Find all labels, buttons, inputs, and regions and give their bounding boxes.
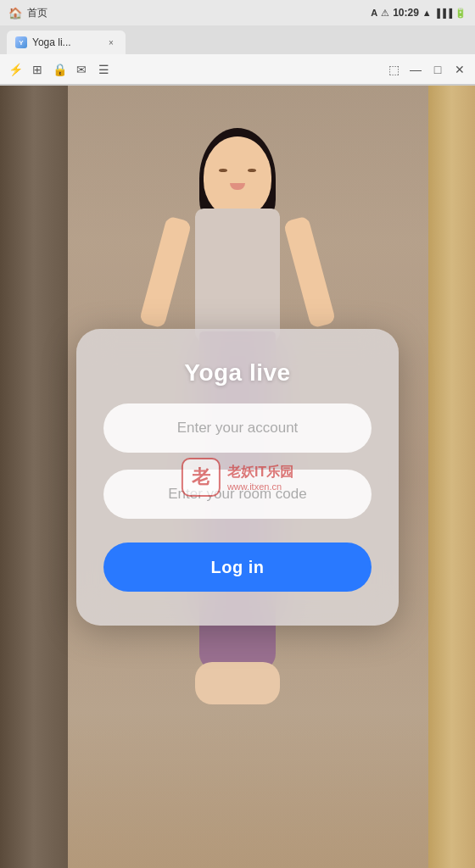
modal-overlay: Yoga live Log in: [0, 86, 475, 868]
lightning-icon[interactable]: ⚡: [7, 61, 24, 78]
login-button[interactable]: Log in: [103, 542, 372, 592]
grid-icon[interactable]: ⊞: [29, 61, 46, 78]
tab-close-button[interactable]: ×: [105, 36, 117, 48]
room-code-input[interactable]: [103, 470, 372, 519]
status-time: 10:29: [393, 7, 419, 19]
home-icon: 🏠: [8, 7, 22, 19]
tab-label: Yoga li...: [32, 36, 71, 48]
status-icons: ▲ ▐▐▐ 🔋: [422, 8, 467, 19]
signal-icon: ▐▐▐: [434, 8, 452, 18]
wifi-icon: ▲: [422, 8, 432, 18]
browser-tabbar: Y Yoga li... ×: [0, 25, 475, 54]
maximize-icon[interactable]: □: [429, 61, 446, 78]
tab-favicon: Y: [15, 36, 27, 48]
minimize-icon[interactable]: —: [407, 61, 424, 78]
browser-toolbar: ⚡ ⊞ 🔒 ✉ ☰ ⬚ — □ ✕: [0, 54, 475, 85]
status-a1: A: [371, 8, 377, 18]
menu-icon[interactable]: ☰: [95, 61, 112, 78]
browser-chrome: 🏠 首页 A ⚠ 10:29 ▲ ▐▐▐ 🔋 Y Yoga li... × ⚡ …: [0, 0, 475, 86]
app-content: 老 老妖IT乐园 www.itxen.cn Yoga live Log in: [0, 86, 475, 868]
account-input[interactable]: [103, 403, 372, 453]
screen-icon[interactable]: ⬚: [385, 61, 402, 78]
lock-icon[interactable]: 🔒: [51, 61, 68, 78]
window-close-icon[interactable]: ✕: [451, 61, 468, 78]
titlebar-text: 首页: [27, 6, 48, 20]
battery-icon: 🔋: [455, 8, 467, 19]
login-modal: Yoga live Log in: [76, 329, 399, 626]
toolbar-status: A ⚠ 10:29 ▲ ▐▐▐ 🔋: [371, 7, 467, 19]
mail-icon[interactable]: ✉: [73, 61, 90, 78]
titlebar-left: 🏠 首页: [8, 6, 48, 20]
modal-title: Yoga live: [184, 359, 290, 387]
browser-titlebar: 🏠 首页 A ⚠ 10:29 ▲ ▐▐▐ 🔋: [0, 0, 475, 25]
status-warn: ⚠: [381, 8, 389, 19]
active-tab[interactable]: Y Yoga li... ×: [7, 31, 126, 54]
